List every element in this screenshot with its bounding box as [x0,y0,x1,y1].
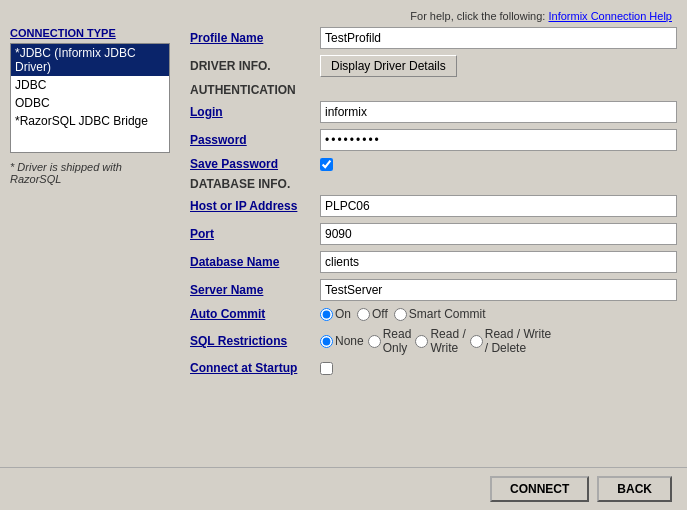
content-area: CONNECTION TYPE *JDBC (Informix JDBC Dri… [0,27,687,467]
auto-commit-smart-label[interactable]: Smart Commit [394,307,486,321]
save-password-label[interactable]: Save Password [190,157,320,171]
connect-button[interactable]: CONNECT [490,476,589,502]
auto-commit-smart-text: Smart Commit [409,307,486,321]
port-label[interactable]: Port [190,227,320,241]
left-panel: CONNECTION TYPE *JDBC (Informix JDBC Dri… [10,27,185,467]
auto-commit-off-radio[interactable] [357,308,370,321]
save-password-checkbox[interactable] [320,158,333,171]
profile-name-label[interactable]: Profile Name [190,31,320,45]
restriction-read-only-label[interactable]: ReadOnly [368,327,412,355]
conn-type-item-razorsql[interactable]: *RazorSQL JDBC Bridge [11,112,169,130]
restriction-read-write-delete-text: Read / Write/ Delete [485,327,551,355]
restriction-read-write-radio[interactable] [415,335,428,348]
driver-info-label: DRIVER INFO. [190,59,320,73]
restriction-read-only-text: ReadOnly [383,327,412,355]
restriction-read-write-text: Read /Write [430,327,465,355]
login-row: Login [190,101,677,123]
save-password-row: Save Password [190,157,677,171]
database-name-input[interactable] [320,251,677,273]
server-name-label[interactable]: Server Name [190,283,320,297]
connection-type-label: CONNECTION TYPE [10,27,175,39]
port-input[interactable] [320,223,677,245]
auto-commit-on-label[interactable]: On [320,307,351,321]
host-row: Host or IP Address [190,195,677,217]
footer-area: CONNECT BACK [0,467,687,510]
restriction-none-text: None [335,334,364,348]
right-panel: Profile Name DRIVER INFO. Display Driver… [185,27,677,467]
password-input[interactable] [320,129,677,151]
auto-commit-on-text: On [335,307,351,321]
authentication-header: AUTHENTICATION [190,83,677,97]
login-label[interactable]: Login [190,105,320,119]
back-button[interactable]: BACK [597,476,672,502]
database-info-header: DATABASE INFO. [190,177,677,191]
restriction-read-only-radio[interactable] [368,335,381,348]
driver-info-row: DRIVER INFO. Display Driver Details [190,55,677,77]
port-row: Port [190,223,677,245]
server-name-row: Server Name [190,279,677,301]
connect-at-startup-label[interactable]: Connect at Startup [190,361,320,375]
connection-type-list: *JDBC (Informix JDBC Driver) JDBC ODBC *… [10,43,170,153]
auto-commit-off-text: Off [372,307,388,321]
main-container: For help, click the following: Informix … [0,0,687,510]
database-name-label[interactable]: Database Name [190,255,320,269]
restriction-none-label[interactable]: None [320,334,364,348]
conn-type-item-informix-jdbc[interactable]: *JDBC (Informix JDBC Driver) [11,44,169,76]
host-label[interactable]: Host or IP Address [190,199,320,213]
profile-name-input[interactable] [320,27,677,49]
help-link[interactable]: Informix Connection Help [548,10,672,22]
help-row: For help, click the following: Informix … [0,0,687,27]
login-input[interactable] [320,101,677,123]
password-row: Password [190,129,677,151]
conn-type-item-jdbc[interactable]: JDBC [11,76,169,94]
sql-restrictions-radio-group: None ReadOnly Read /Write Read / Write/ … [320,327,551,355]
connect-at-startup-checkbox[interactable] [320,362,333,375]
save-password-checkbox-wrapper [320,158,333,171]
driver-note: * Driver is shipped with RazorSQL [10,161,175,185]
password-label[interactable]: Password [190,133,320,147]
auto-commit-row: Auto Commit On Off Smart Commit [190,307,677,321]
profile-name-row: Profile Name [190,27,677,49]
display-driver-details-button[interactable]: Display Driver Details [320,55,457,77]
auto-commit-radio-group: On Off Smart Commit [320,307,485,321]
conn-type-item-odbc[interactable]: ODBC [11,94,169,112]
host-input[interactable] [320,195,677,217]
restriction-none-radio[interactable] [320,335,333,348]
server-name-input[interactable] [320,279,677,301]
database-name-row: Database Name [190,251,677,273]
help-prefix: For help, click the following: [410,10,545,22]
auto-commit-on-radio[interactable] [320,308,333,321]
restriction-read-write-delete-radio[interactable] [470,335,483,348]
sql-restrictions-row: SQL Restrictions None ReadOnly Read /Wri… [190,327,677,355]
restriction-read-write-label[interactable]: Read /Write [415,327,465,355]
auto-commit-off-label[interactable]: Off [357,307,388,321]
restriction-read-write-delete-label[interactable]: Read / Write/ Delete [470,327,551,355]
sql-restrictions-label[interactable]: SQL Restrictions [190,334,320,348]
auto-commit-label[interactable]: Auto Commit [190,307,320,321]
auto-commit-smart-radio[interactable] [394,308,407,321]
connect-at-startup-row: Connect at Startup [190,361,677,375]
